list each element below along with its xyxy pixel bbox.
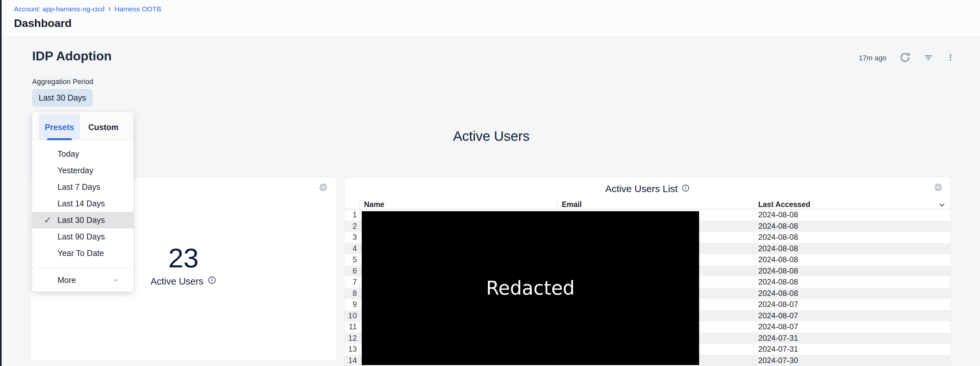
dashboard-title: IDP Adoption [32,49,112,63]
breadcrumb-account-link[interactable]: Account: app-harness-ng-cicd [14,5,105,13]
row-number-cell: 12 [345,333,360,344]
table-title-text: Active Users List [605,183,678,194]
dashboard-controls: 17m ago [859,52,955,65]
filter-icon [923,52,933,63]
last-accessed-cell: 2024-08-07 [754,299,950,310]
last-accessed-cell: 2024-07-30 [754,355,950,366]
more-menu-button[interactable] [946,53,955,63]
breadcrumb-separator-icon: › [108,5,111,13]
column-header-last-accessed[interactable]: Last Accessed [754,200,950,209]
more-label: More [57,276,76,285]
column-header-name[interactable]: Name [360,200,557,209]
table-header-row: Name Email Last Accessed [345,200,950,209]
column-header-text: Last Accessed [758,200,810,209]
last-accessed-cell: 2024-08-08 [754,209,950,221]
more-option[interactable]: More [32,268,134,292]
info-icon[interactable] [682,183,690,194]
row-number-cell: 3 [345,232,360,243]
period-option[interactable]: ✓ Year To Date [32,245,134,261]
globe-icon[interactable] [934,183,943,193]
row-number-cell: 4 [345,243,360,254]
refresh-icon [899,52,910,64]
last-refreshed-label: 17m ago [859,54,886,62]
last-accessed-cell: 2024-07-31 [754,344,950,355]
aggregation-period-label: Aggregation Period [32,78,93,86]
breadcrumb-current-link[interactable]: Harness OOTB [115,5,161,13]
top-header: Account: app-harness-ng-cicd › Harness O… [2,0,980,36]
period-option[interactable]: ✓ Today [32,146,134,162]
stat-label-text: Active Users [151,276,204,287]
period-options-list: ✓ Today ✓ Yesterday ✓ Last 7 Days ✓ Last… [32,140,134,261]
period-option[interactable]: ✓ Yesterday [32,162,134,179]
row-number-cell: 2 [345,221,360,232]
period-dropdown-tabs: Presets Custom [32,112,134,140]
section-heading: Active Users [30,128,952,144]
chevron-down-icon [112,276,119,284]
row-number-cell: 7 [345,276,360,288]
tab-custom[interactable]: Custom [88,114,119,140]
row-number-cell: 10 [345,310,360,322]
redaction-overlay: Redacted [362,211,699,365]
tab-presets[interactable]: Presets [39,114,80,140]
last-accessed-cell: 2024-07-31 [754,333,950,344]
period-option-label: Today [57,149,79,158]
last-accessed-cell: 2024-08-08 [754,265,950,277]
last-accessed-cell: 2024-08-08 [754,276,950,288]
refresh-button[interactable] [899,52,910,64]
row-number-column-header [345,200,360,209]
period-option-label: Last 7 Days [57,182,100,192]
page-title: Dashboard [14,17,72,30]
filter-button[interactable] [923,52,933,63]
last-accessed-cell: 2024-08-08 [754,232,950,243]
table-title: Active Users List [345,177,950,200]
last-accessed-cell: 2024-08-08 [754,254,950,265]
kebab-menu-icon [946,53,955,63]
column-header-email[interactable]: Email [557,200,754,209]
row-number-cell: 6 [345,265,360,277]
row-number-cell: 5 [345,254,360,265]
last-accessed-cell: 2024-08-08 [754,221,950,232]
info-icon[interactable] [207,276,216,287]
period-option-label: Last 14 Days [57,199,105,208]
last-accessed-cell: 2024-08-07 [754,310,950,322]
row-number-cell: 13 [345,344,360,355]
dashboard-content: IDP Adoption 17m ago [2,36,980,366]
breadcrumb: Account: app-harness-ng-cicd › Harness O… [14,5,161,13]
period-option-label: Last 90 Days [57,232,105,241]
row-number-cell: 1 [345,209,360,221]
last-accessed-cell: 2024-08-07 [754,321,950,333]
last-accessed-cell: 2024-08-08 [754,288,950,299]
globe-icon[interactable] [319,183,328,193]
chevron-down-icon [938,201,946,209]
last-accessed-cell: 2024-08-08 [754,243,950,254]
period-option-label: Yesterday [57,166,93,175]
row-number-cell: 14 [345,355,360,366]
period-option[interactable]: ✓ Last 14 Days [32,195,134,212]
row-number-cell: 9 [345,299,360,310]
period-option[interactable]: ✓ Last 30 Days [32,212,134,228]
redaction-label: Redacted [486,277,575,299]
checkmark-icon: ✓ [44,215,51,225]
left-edge-strip [0,0,2,366]
row-number-cell: 8 [345,288,360,299]
period-option[interactable]: ✓ Last 7 Days [32,179,134,195]
period-option-label: Year To Date [57,249,104,258]
aggregation-period-value: Last 30 Days [39,93,86,103]
row-number-cell: 11 [345,321,360,333]
active-users-list-card: Active Users List Name Email Last Access… [344,177,951,366]
period-option[interactable]: ✓ Last 90 Days [32,228,134,245]
period-dropdown-panel: Presets Custom ✓ Today ✓ Yesterday ✓ Las… [32,112,134,292]
period-option-label: Last 30 Days [57,215,105,225]
aggregation-period-button[interactable]: Last 30 Days [32,89,92,106]
